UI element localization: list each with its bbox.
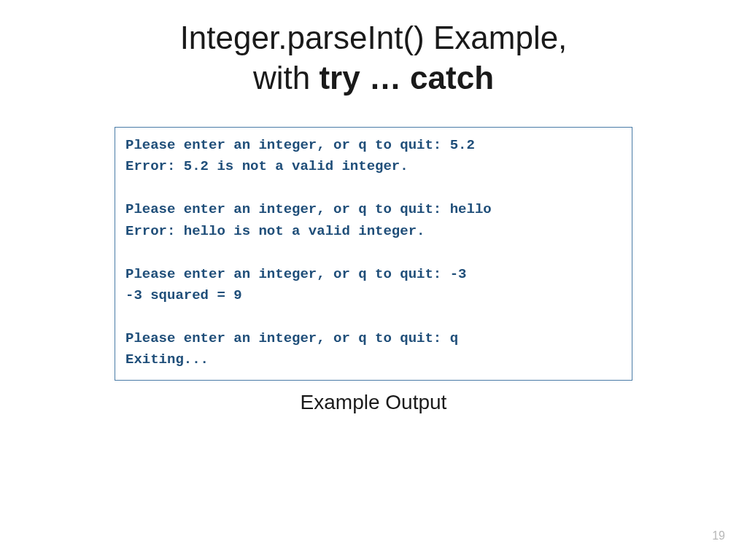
output-line-0: Please enter an integer, or q to quit: 5… <box>125 137 475 153</box>
output-caption: Example Output <box>0 391 747 414</box>
title-line2-bold: try … catch <box>319 60 494 96</box>
output-line-3: Please enter an integer, or q to quit: h… <box>125 201 492 217</box>
output-line-9: Please enter an integer, or q to quit: q <box>125 330 458 346</box>
title-line2-prefix: with <box>253 60 319 96</box>
slide-title: Integer.parseInt() Example, with try … c… <box>0 0 747 98</box>
page-number: 19 <box>712 529 725 542</box>
output-line-6: Please enter an integer, or q to quit: -… <box>125 266 466 282</box>
output-line-10: Exiting... <box>125 351 209 368</box>
output-line-7: -3 squared = 9 <box>125 287 242 303</box>
example-output-box: Please enter an integer, or q to quit: 5… <box>115 127 632 381</box>
output-line-4: Error: hello is not a valid integer. <box>125 223 425 239</box>
output-line-1: Error: 5.2 is not a valid integer. <box>125 158 409 174</box>
title-line1: Integer.parseInt() Example, <box>180 20 568 55</box>
